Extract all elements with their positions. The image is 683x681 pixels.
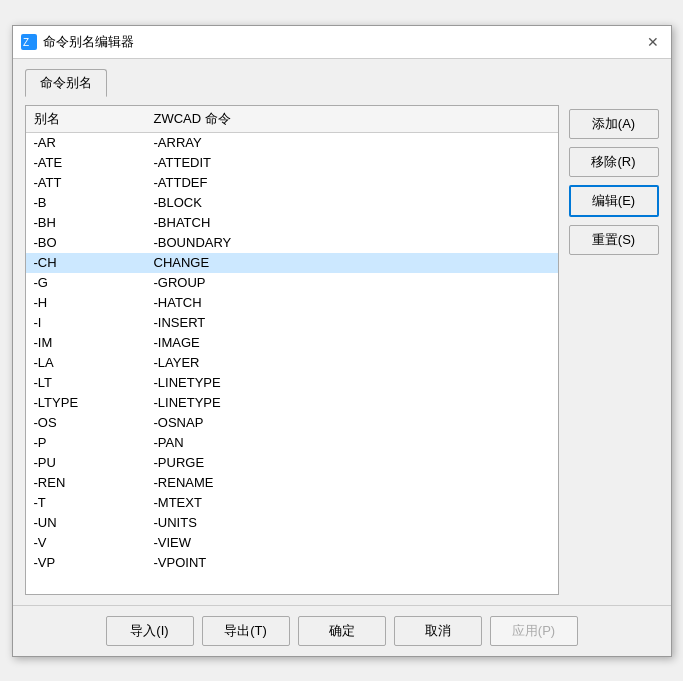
close-button[interactable]: ✕ xyxy=(643,32,663,52)
cell-cmd: -VIEW xyxy=(146,535,558,551)
cell-cmd: -PAN xyxy=(146,435,558,451)
cell-cmd: -VPOINT xyxy=(146,555,558,571)
cell-alias: -AR xyxy=(26,135,146,151)
cell-cmd: -GROUP xyxy=(146,275,558,291)
list-body[interactable]: -AR-ARRAY-ATE-ATTEDIT-ATT-ATTDEF-B-BLOCK… xyxy=(26,133,558,594)
import-button[interactable]: 导入(I) xyxy=(106,616,194,646)
cell-alias: -ATT xyxy=(26,175,146,191)
cell-cmd: -ARRAY xyxy=(146,135,558,151)
app-icon: Z xyxy=(21,34,37,50)
table-row[interactable]: -BO-BOUNDARY xyxy=(26,233,558,253)
add-button[interactable]: 添加(A) xyxy=(569,109,659,139)
table-row[interactable]: -ATE-ATTEDIT xyxy=(26,153,558,173)
col-alias-header: 别名 xyxy=(26,110,146,128)
reset-button[interactable]: 重置(S) xyxy=(569,225,659,255)
cell-cmd: -LINETYPE xyxy=(146,395,558,411)
list-header: 别名 ZWCAD 命令 xyxy=(26,106,558,133)
cell-alias: -REN xyxy=(26,475,146,491)
table-row[interactable]: -LT-LINETYPE xyxy=(26,373,558,393)
table-row[interactable]: -IM-IMAGE xyxy=(26,333,558,353)
cancel-button[interactable]: 取消 xyxy=(394,616,482,646)
cell-cmd: -LAYER xyxy=(146,355,558,371)
footer: 导入(I)导出(T)确定取消应用(P) xyxy=(13,605,671,656)
cell-alias: -H xyxy=(26,295,146,311)
cell-alias: -BO xyxy=(26,235,146,251)
table-row[interactable]: -AR-ARRAY xyxy=(26,133,558,153)
table-row[interactable]: -CHCHANGE xyxy=(26,253,558,273)
cell-cmd: -BLOCK xyxy=(146,195,558,211)
cell-cmd: -BHATCH xyxy=(146,215,558,231)
cell-alias: -ATE xyxy=(26,155,146,171)
tab-aliases[interactable]: 命令别名 xyxy=(25,69,107,97)
cell-alias: -I xyxy=(26,315,146,331)
table-row[interactable]: -I-INSERT xyxy=(26,313,558,333)
cell-cmd: -PURGE xyxy=(146,455,558,471)
cell-cmd: -HATCH xyxy=(146,295,558,311)
cell-cmd: -RENAME xyxy=(146,475,558,491)
cell-cmd: -ATTDEF xyxy=(146,175,558,191)
cell-alias: -LT xyxy=(26,375,146,391)
cell-alias: -CH xyxy=(26,255,146,271)
edit-button[interactable]: 编辑(E) xyxy=(569,185,659,217)
content-area: 命令别名 别名 ZWCAD 命令 -AR-ARRAY-ATE-ATTEDIT-A… xyxy=(13,59,671,605)
cell-alias: -V xyxy=(26,535,146,551)
window-title: 命令别名编辑器 xyxy=(43,33,134,51)
title-bar: Z 命令别名编辑器 ✕ xyxy=(13,26,671,59)
cell-alias: -BH xyxy=(26,215,146,231)
table-row[interactable]: -LTYPE-LINETYPE xyxy=(26,393,558,413)
cell-cmd: CHANGE xyxy=(146,255,558,271)
cell-alias: -OS xyxy=(26,415,146,431)
title-bar-left: Z 命令别名编辑器 xyxy=(21,33,134,51)
cell-cmd: -ATTEDIT xyxy=(146,155,558,171)
table-row[interactable]: -BH-BHATCH xyxy=(26,213,558,233)
apply-button: 应用(P) xyxy=(490,616,578,646)
cell-cmd: -BOUNDARY xyxy=(146,235,558,251)
cell-cmd: -INSERT xyxy=(146,315,558,331)
ok-button[interactable]: 确定 xyxy=(298,616,386,646)
table-row[interactable]: -PU-PURGE xyxy=(26,453,558,473)
col-cmd-header: ZWCAD 命令 xyxy=(146,110,558,128)
cell-alias: -LA xyxy=(26,355,146,371)
cell-cmd: -LINETYPE xyxy=(146,375,558,391)
table-row[interactable]: -H-HATCH xyxy=(26,293,558,313)
table-row[interactable]: -B-BLOCK xyxy=(26,193,558,213)
tab-bar: 命令别名 xyxy=(25,69,659,97)
cell-alias: -PU xyxy=(26,455,146,471)
table-row[interactable]: -LA-LAYER xyxy=(26,353,558,373)
cell-cmd: -UNITS xyxy=(146,515,558,531)
table-row[interactable]: -V-VIEW xyxy=(26,533,558,553)
cell-alias: -B xyxy=(26,195,146,211)
table-row[interactable]: -G-GROUP xyxy=(26,273,558,293)
cell-alias: -LTYPE xyxy=(26,395,146,411)
remove-button[interactable]: 移除(R) xyxy=(569,147,659,177)
cell-alias: -UN xyxy=(26,515,146,531)
export-button[interactable]: 导出(T) xyxy=(202,616,290,646)
cell-alias: -G xyxy=(26,275,146,291)
table-row[interactable]: -REN-RENAME xyxy=(26,473,558,493)
table-row[interactable]: -VP-VPOINT xyxy=(26,553,558,573)
cell-cmd: -IMAGE xyxy=(146,335,558,351)
table-row[interactable]: -T-MTEXT xyxy=(26,493,558,513)
table-row[interactable]: -P-PAN xyxy=(26,433,558,453)
cell-alias: -P xyxy=(26,435,146,451)
cell-alias: -T xyxy=(26,495,146,511)
list-panel: 别名 ZWCAD 命令 -AR-ARRAY-ATE-ATTEDIT-ATT-AT… xyxy=(25,105,559,595)
cell-alias: -VP xyxy=(26,555,146,571)
main-area: 别名 ZWCAD 命令 -AR-ARRAY-ATE-ATTEDIT-ATT-AT… xyxy=(25,105,659,595)
side-buttons: 添加(A)移除(R)编辑(E)重置(S) xyxy=(569,105,659,595)
main-window: Z 命令别名编辑器 ✕ 命令别名 别名 ZWCAD 命令 -AR-ARRAY-A… xyxy=(12,25,672,657)
svg-text:Z: Z xyxy=(23,37,29,48)
table-row[interactable]: -UN-UNITS xyxy=(26,513,558,533)
cell-cmd: -MTEXT xyxy=(146,495,558,511)
cell-alias: -IM xyxy=(26,335,146,351)
cell-cmd: -OSNAP xyxy=(146,415,558,431)
table-row[interactable]: -OS-OSNAP xyxy=(26,413,558,433)
table-row[interactable]: -ATT-ATTDEF xyxy=(26,173,558,193)
